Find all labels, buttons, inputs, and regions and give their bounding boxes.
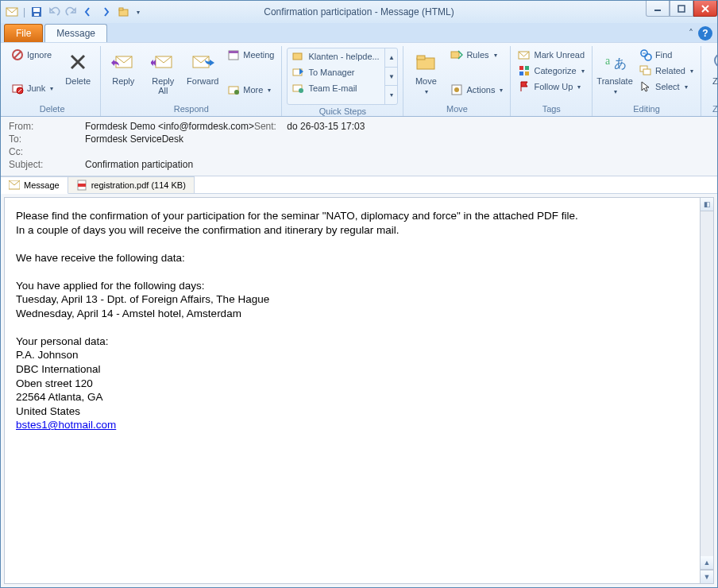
body-line: Tuesday, April 13 - Dpt. of Foreign Affa… [16,292,689,307]
qat-customize-icon[interactable]: ▾ [137,9,140,16]
group-tags-label: Tags [515,103,587,116]
from-label: From: [9,121,85,132]
categorize-label: Categorize [534,66,576,75]
svg-rect-7 [678,6,685,12]
subject-label: Subject: [9,159,85,170]
translate-button[interactable]: aあ Translate▾ [597,48,632,98]
message-tab[interactable]: Message [1,176,68,194]
next-item-icon[interactable] [100,6,113,18]
redo-icon[interactable] [65,6,78,18]
help-icon[interactable]: ? [698,26,712,41]
previous-item-icon[interactable] [83,6,95,18]
zoom-icon [711,49,718,75]
follow-up-button[interactable]: Follow Up▾ [515,79,587,94]
svg-point-27 [299,88,303,93]
subject-value: Confirmation participation [85,159,193,170]
more-button[interactable]: More▾ [225,83,276,97]
move-folder-icon [413,49,438,75]
zoom-button[interactable]: Zoom [706,48,718,87]
attachment-tab[interactable]: registration.pdf (114 KB) [68,176,195,193]
reply-all-button[interactable]: Reply All [145,48,180,97]
email-link[interactable]: bstes1@hotmail.com [16,419,116,431]
scroll-down-icon[interactable]: ▼ [701,570,713,583]
mark-unread-button[interactable]: Mark Unread [515,48,587,62]
scroll-up-icon[interactable]: ▲ [701,556,713,570]
body-line: Please find the confirmation of your par… [16,209,689,223]
body-line: We have receive the following data: [16,251,689,265]
svg-point-23 [234,90,239,95]
meeting-icon [227,48,240,61]
find-label: Find [655,50,672,60]
minimize-button[interactable] [646,1,670,17]
svg-rect-24 [293,53,302,60]
save-icon[interactable] [30,6,43,18]
svg-point-41 [645,54,651,60]
undo-icon[interactable] [48,6,60,18]
svg-rect-29 [417,56,425,60]
quick-steps-gallery[interactable]: Klanten - helpde... To Manager Team E-ma… [287,48,398,105]
message-body[interactable]: Please find the confirmation of your par… [4,197,701,584]
ignore-button[interactable]: Ignore [9,48,56,62]
tab-file[interactable]: File [4,24,43,42]
move-label: Move [415,76,437,86]
to-value: Formdesk ServiceDesk [85,133,183,145]
delete-button[interactable]: Delete [60,48,95,87]
gallery-up-icon[interactable]: ▲ [385,48,397,68]
translate-icon: aあ [602,49,627,75]
quick-step-item[interactable]: Klanten - helpde... [288,48,397,64]
meeting-button[interactable]: Meeting [225,48,276,62]
vertical-scrollbar[interactable]: ◧ ▲ ▼ [701,197,714,584]
minimize-ribbon-icon[interactable]: ˄ [689,28,693,39]
reply-button[interactable]: Reply [106,48,141,87]
gallery-more-icon[interactable]: ▾ [385,86,397,104]
delete-icon [65,49,91,75]
quick-steps-scroll: ▲ ▼ ▾ [384,48,397,104]
junk-button[interactable]: Junk▾ [9,81,56,95]
body-line: Wednesday, April 14 - Amstel hotel, Amst… [16,307,689,321]
gallery-down-icon[interactable]: ▼ [385,68,397,87]
sent-value: do 26-03-15 17:03 [287,121,365,132]
ignore-icon [11,48,24,61]
flag-icon [518,80,531,93]
attachment-label: registration.pdf (114 KB) [91,180,186,190]
select-button[interactable]: Select▾ [637,79,696,94]
close-button[interactable] [693,1,717,17]
categorize-icon [518,64,531,77]
group-zoom-label: Zoom [706,103,718,116]
related-label: Related [655,66,685,75]
app-icon [6,6,18,18]
follow-up-label: Follow Up [534,82,573,91]
mark-unread-label: Mark Unread [534,50,585,60]
svg-rect-35 [525,66,529,70]
window-controls [646,1,717,17]
body-line: In a couple of days you will receive the… [16,223,689,238]
ribbon-tabs: File Message ˄ ? [1,23,717,42]
forward-button[interactable]: Forward [185,48,220,87]
message-headers: From: Formdesk Demo <info@formdesk.com> … [1,117,717,176]
quick-step-item[interactable]: To Manager [288,64,397,80]
actions-button[interactable]: Actions▾ [448,83,505,97]
body-line: 22564 Atlanta, GA [16,390,689,404]
to-label: To: [9,133,85,145]
from-value: Formdesk Demo <info@formdesk.com> [85,121,254,132]
find-button[interactable]: Find [637,48,696,62]
svg-point-32 [454,87,459,92]
related-button[interactable]: Related▾ [637,64,696,78]
quick-step-item[interactable]: Team E-mail [288,80,397,96]
rules-button[interactable]: Rules▾ [448,48,505,62]
move-button[interactable]: Move▾ [408,48,443,98]
message-tab-label: Message [24,180,60,190]
move-to-folder-icon[interactable] [118,6,130,18]
forward-icon [190,49,215,75]
scroll-options-icon[interactable]: ◧ [701,198,713,211]
zoom-label: Zoom [712,76,718,86]
categorize-button[interactable]: Categorize▾ [515,64,587,78]
body-line: DBC International [16,362,689,377]
svg-line-11 [14,52,21,58]
mark-unread-icon [518,48,531,61]
pdf-icon [76,180,87,191]
svg-rect-44 [643,69,650,75]
tab-message[interactable]: Message [44,24,107,42]
maximize-button[interactable] [670,1,693,17]
svg-rect-2 [33,8,40,12]
